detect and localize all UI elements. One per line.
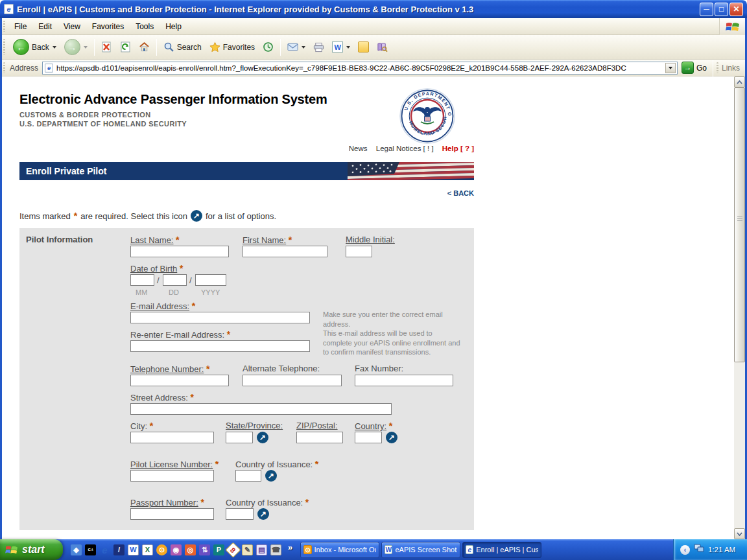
quicklaunch-diamond-8-icon[interactable]: 8 xyxy=(225,542,241,557)
quicklaunch-app-icon[interactable]: ◈ xyxy=(71,544,82,555)
scroll-down-button[interactable] xyxy=(734,528,745,539)
quicklaunch-sync-app-icon[interactable]: ⇅ xyxy=(199,544,210,555)
links-label[interactable]: Links xyxy=(722,64,745,73)
favorites-button[interactable]: Favorites xyxy=(206,40,258,54)
menu-view[interactable]: View xyxy=(58,20,86,33)
addressbar-grip[interactable] xyxy=(3,62,5,74)
passport-input[interactable] xyxy=(130,508,214,520)
middle-initial-input[interactable] xyxy=(346,246,372,257)
dob-month-input[interactable] xyxy=(130,274,154,286)
telephone-link[interactable]: Telephone Number: xyxy=(130,364,204,374)
back-link[interactable]: < BACK xyxy=(19,189,474,197)
back-dropdown-caret[interactable] xyxy=(53,46,56,49)
state-options-icon[interactable]: ↗ xyxy=(257,432,268,443)
first-name-input[interactable] xyxy=(243,246,327,257)
search-button[interactable]: Search xyxy=(160,40,205,54)
back-button[interactable]: ← Back xyxy=(10,37,60,57)
quicklaunch-book-app-icon[interactable]: ▤ xyxy=(256,544,267,555)
zip-input[interactable] xyxy=(296,432,343,443)
state-link[interactable]: State/Province: xyxy=(226,421,283,430)
start-button[interactable]: start xyxy=(0,539,63,560)
email-input[interactable] xyxy=(130,312,310,323)
legal-notices-link[interactable]: Legal Notices [ ! ] xyxy=(376,145,434,152)
passport-country-options-icon[interactable]: ↗ xyxy=(257,508,269,520)
history-button[interactable] xyxy=(259,40,277,54)
quicklaunch-key-app-icon[interactable]: ◉ xyxy=(171,544,182,555)
research-button[interactable] xyxy=(374,40,391,54)
street-input[interactable] xyxy=(130,403,392,415)
notes-button[interactable] xyxy=(355,40,372,54)
license-country-input[interactable] xyxy=(235,470,261,482)
close-button[interactable]: ✕ xyxy=(729,3,743,16)
state-input[interactable] xyxy=(226,432,253,443)
middle-initial-link[interactable]: Middle Initial: xyxy=(346,235,395,244)
scroll-up-button[interactable] xyxy=(734,76,745,88)
quicklaunch-notes-app-icon[interactable]: ✎ xyxy=(242,544,253,555)
address-url[interactable]: https://apsdb-d101/eapisenroll/eapis-enr… xyxy=(56,64,663,72)
alt-telephone-input[interactable] xyxy=(243,375,342,386)
telephone-input[interactable] xyxy=(130,375,229,386)
dob-link[interactable]: Date of Birth xyxy=(130,264,177,274)
go-button[interactable]: → Go xyxy=(678,62,711,74)
minimize-button[interactable]: ─ xyxy=(700,3,713,16)
maximize-button[interactable]: □ xyxy=(715,3,728,16)
city-input[interactable] xyxy=(130,432,214,443)
quicklaunch-clock-app-icon[interactable]: ⊙ xyxy=(156,544,167,555)
license-country-options-icon[interactable]: ↗ xyxy=(265,470,277,482)
last-name-link[interactable]: Last Name: xyxy=(130,235,173,245)
quicklaunch-phone-app-icon[interactable]: ☎ xyxy=(270,544,281,555)
menu-favorites[interactable]: Favorites xyxy=(86,20,130,33)
forward-button[interactable]: → xyxy=(61,37,91,57)
quicklaunch-publisher-icon[interactable]: P xyxy=(213,544,224,555)
refresh-button[interactable] xyxy=(117,40,134,54)
passport-country-input[interactable] xyxy=(226,508,254,520)
toolbar-grip[interactable] xyxy=(3,39,5,56)
zip-link[interactable]: ZIP/Postal: xyxy=(296,421,338,430)
links-grip[interactable] xyxy=(717,62,718,74)
dob-year-input[interactable] xyxy=(195,274,226,286)
quicklaunch-overflow-chevron[interactable]: » xyxy=(288,542,292,552)
forward-dropdown-caret[interactable] xyxy=(84,46,88,49)
country-input[interactable] xyxy=(355,432,382,443)
dob-day-input[interactable] xyxy=(163,274,187,286)
help-link[interactable]: Help [ ? ] xyxy=(442,145,474,152)
print-button[interactable] xyxy=(310,40,327,54)
pilot-license-link[interactable]: Pilot License Number: xyxy=(130,460,213,469)
country-link[interactable]: Country: xyxy=(355,421,386,431)
menubar-grip[interactable] xyxy=(3,21,5,32)
quicklaunch-orange-app-icon[interactable]: ◎ xyxy=(185,544,196,555)
task-word-document[interactable]: W eAPIS Screen Shots.... xyxy=(381,542,460,558)
country-options-icon[interactable]: ↗ xyxy=(386,432,397,443)
mail-button[interactable] xyxy=(284,40,309,54)
quicklaunch-internet-explorer-icon[interactable]: e xyxy=(99,544,110,555)
quicklaunch-slash-app-icon[interactable]: / xyxy=(113,544,124,555)
menu-tools[interactable]: Tools xyxy=(130,20,160,33)
task-outlook-inbox[interactable]: ⊙ Inbox - Microsoft Out... xyxy=(300,542,379,558)
task-ie-enroll[interactable]: e Enroll | eAPIS | Custo... xyxy=(462,542,541,558)
home-button[interactable] xyxy=(136,40,153,54)
edit-dropdown-caret[interactable] xyxy=(346,46,350,49)
last-name-input[interactable] xyxy=(130,246,229,257)
menu-file[interactable]: File xyxy=(8,20,32,33)
tray-collapse-chevron-icon[interactable]: ‹ xyxy=(680,545,690,555)
news-link[interactable]: News xyxy=(349,145,368,152)
fax-input[interactable] xyxy=(355,375,453,386)
email-link[interactable]: E-mail Address: xyxy=(130,301,189,311)
quicklaunch-excel-icon[interactable]: X xyxy=(142,544,153,555)
mail-dropdown-caret[interactable] xyxy=(302,46,305,49)
menu-help[interactable]: Help xyxy=(160,20,187,33)
address-dropdown-button[interactable] xyxy=(665,63,676,73)
stop-button[interactable] xyxy=(98,40,115,54)
network-icon[interactable] xyxy=(694,544,704,555)
edit-with-word-button[interactable]: W xyxy=(329,40,353,54)
vertical-scrollbar[interactable] xyxy=(734,76,745,539)
quicklaunch-word-icon[interactable]: W xyxy=(128,544,139,555)
menu-edit[interactable]: Edit xyxy=(32,20,58,33)
pilot-license-input[interactable] xyxy=(130,470,214,482)
quicklaunch-command-prompt-icon[interactable]: C:\ xyxy=(85,544,96,555)
reenter-email-input[interactable] xyxy=(130,340,310,352)
first-name-link[interactable]: First Name: xyxy=(243,235,286,245)
address-input[interactable]: e https://apsdb-d101/eapisenroll/eapis-e… xyxy=(42,62,678,75)
scrollbar-thumb[interactable] xyxy=(734,88,745,362)
passport-link[interactable]: Passport Number: xyxy=(130,498,198,508)
